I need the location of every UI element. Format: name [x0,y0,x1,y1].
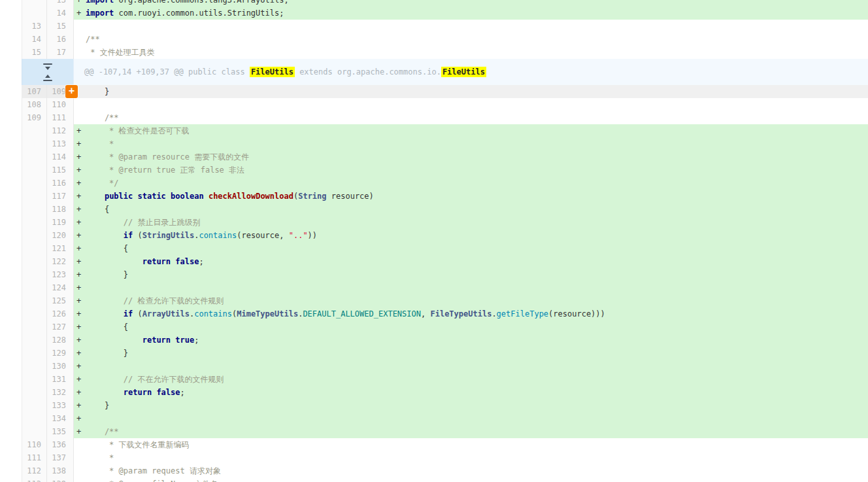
new-line-number[interactable]: 125 [46,294,73,307]
code-token: /** [86,427,119,436]
new-line-number[interactable]: 132 [46,386,73,399]
old-line-number[interactable]: 14 [22,33,46,46]
old-line-number [22,373,46,386]
add-comment-button[interactable]: + [65,85,78,98]
new-line-number[interactable]: 113 [46,137,73,150]
code-token [166,192,171,201]
new-line-number[interactable]: 13 [46,0,73,7]
new-line-number[interactable]: 116 [46,177,73,190]
code-line: + // 禁止目录上跳级别 [73,216,868,229]
code-line: + * [73,137,868,150]
old-line-number[interactable]: 112 [22,464,46,477]
old-line-number[interactable]: 113 [22,477,46,482]
old-line-number[interactable]: 107 [22,85,46,98]
added-line-marker: + [76,268,86,281]
code-token: (resource, [237,231,288,240]
context-line-marker [76,111,86,124]
new-line-number[interactable]: 135 [46,425,73,438]
diff-row-added: 122+ return false; [22,255,868,268]
diff-row-added: 126+ if (ArrayUtils.contains(MimeTypeUti… [22,307,868,320]
old-line-number [22,360,46,373]
code-line: + return false; [73,255,868,268]
code-token [86,192,105,201]
new-line-number[interactable]: 123 [46,268,73,281]
added-line-marker: + [76,425,86,438]
new-line-number[interactable]: 16 [46,33,73,46]
code-line: + } [73,347,868,360]
code-token: public [105,192,133,201]
new-line-number[interactable]: 115 [46,164,73,177]
code-line: + if (StringUtils.contains(resource, "..… [73,229,868,242]
code-token: DEFAULT_ALLOWED_EXTENSION [303,309,421,318]
new-line-number[interactable]: 120 [46,229,73,242]
diff-row-added: 128+ return true; [22,334,868,347]
code-line: * 下载文件名重新编码 [73,438,868,451]
new-line-number[interactable]: 134 [46,412,73,425]
diff-row-added: 121+ { [22,242,868,255]
new-line-number[interactable]: 129 [46,347,73,360]
old-line-number [22,386,46,399]
expand-down-button[interactable] [40,61,56,72]
new-line-number[interactable]: 127 [46,320,73,334]
new-line-number[interactable]: 117 [46,190,73,203]
code-token: org.apache.commons.lang3.ArrayUtils; [114,0,288,5]
old-line-number[interactable]: 110 [22,438,46,451]
old-line-number[interactable]: 111 [22,451,46,464]
added-line-marker: + [76,203,86,216]
context-line-marker [76,98,86,111]
new-line-number[interactable]: 14 [46,7,73,20]
code-token: contains [194,309,232,318]
new-line-number[interactable]: 130 [46,360,73,373]
new-line-number[interactable]: 121 [46,242,73,255]
new-line-number[interactable]: 128 [46,334,73,347]
added-line-marker: + [76,7,86,20]
expand-up-button[interactable] [40,72,56,83]
code-token: false [175,257,199,266]
new-line-number[interactable]: 138 [46,464,73,477]
old-line-number [22,7,46,20]
old-line-number[interactable]: 108 [22,98,46,111]
code-token: return [142,336,171,345]
new-line-number[interactable]: 119 [46,216,73,229]
code-token: * [86,139,114,148]
new-line-number[interactable]: 133 [46,399,73,412]
new-line-number[interactable]: 110 [46,98,73,111]
old-line-number [22,164,46,177]
code-line: + { [73,203,868,216]
added-line-marker: + [76,229,86,242]
context-line-marker [76,451,86,464]
new-line-number[interactable]: 17 [46,46,73,59]
hunk-header-text: @@ -107,14 +109,37 @@ public class FileU… [73,59,868,85]
added-line-marker: + [76,281,86,294]
new-line-number[interactable]: 118 [46,203,73,216]
new-line-number[interactable]: 111 [46,111,73,124]
added-line-marker: + [76,0,86,7]
old-line-number[interactable]: 109 [22,111,46,124]
new-line-number[interactable]: 137 [46,451,73,464]
new-line-number[interactable]: 124 [46,281,73,294]
search-highlight: FileUtils [250,67,295,77]
diff-row-context: 1416 /** [22,33,868,46]
code-token: * @param resource 需要下载的文件 [86,152,249,162]
new-line-number[interactable]: 131 [46,373,73,386]
new-line-number[interactable]: 139 [46,477,73,482]
new-line-number[interactable]: 15 [46,20,73,33]
code-token: if [124,309,133,318]
diff-row-added: 129+ } [22,347,868,360]
diff-row-added: 120+ if (StringUtils.contains(resource, … [22,229,868,242]
code-line: /** [73,111,868,124]
old-line-number[interactable]: 13 [22,20,46,33]
context-line-marker [76,477,86,482]
old-line-number [22,190,46,203]
new-line-number[interactable]: 122 [46,255,73,268]
diff-row-context: 107109 }+ [22,85,868,98]
new-line-number[interactable]: 136 [46,438,73,451]
diff-row-added: 113+ * [22,137,868,150]
code-token: ArrayUtils [142,309,190,318]
new-line-number[interactable]: 112 [46,124,73,137]
diff-row-added: 14+import com.ruoyi.common.utils.StringU… [22,7,868,20]
old-line-number[interactable]: 15 [22,46,46,59]
new-line-number[interactable]: 126 [46,307,73,320]
new-line-number[interactable]: 114 [46,150,73,164]
added-line-marker: + [76,386,86,399]
